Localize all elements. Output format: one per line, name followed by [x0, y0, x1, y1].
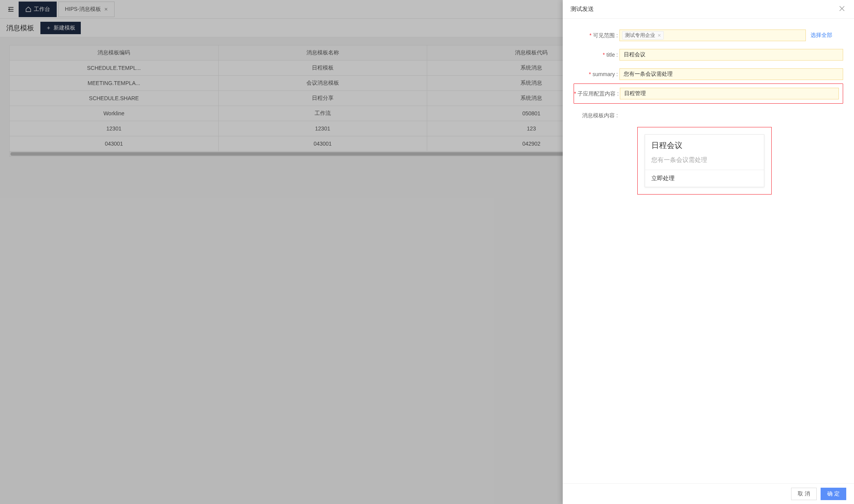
drawer-header: 测试发送: [563, 0, 854, 19]
tag-remove-icon[interactable]: ✕: [657, 33, 661, 38]
preview-card: 日程会议 您有一条会议需处理 立即处理: [645, 134, 764, 187]
summary-input[interactable]: [619, 68, 843, 80]
preview-action-button[interactable]: 立即处理: [645, 170, 764, 187]
label-content: 消息模板内容 :: [574, 111, 619, 119]
form-row-summary: *summary :: [574, 68, 843, 80]
label-scope: *可见范围 :: [574, 30, 619, 41]
form-row-content: 消息模板内容 :: [574, 111, 843, 119]
close-icon: [839, 6, 845, 11]
preview-title: 日程会议: [651, 140, 758, 151]
drawer-title: 测试发送: [570, 5, 594, 13]
form-row-subapp-highlight: *子应用配置内容 :: [574, 83, 843, 104]
subapp-input[interactable]: [620, 88, 839, 99]
scope-tag-label: 测试专用企业: [625, 32, 655, 39]
label-subapp: *子应用配置内容 :: [574, 88, 620, 99]
drawer-footer: 取 消 确 定: [563, 483, 854, 504]
preview-highlight: 日程会议 您有一条会议需处理 立即处理: [637, 127, 772, 195]
form-row-title: *title :: [574, 49, 843, 61]
drawer-body: *可见范围 : 测试专用企业 ✕ 选择全部 *title :: [563, 19, 854, 483]
form-row-scope: *可见范围 : 测试专用企业 ✕ 选择全部: [574, 30, 843, 41]
drawer-close-button[interactable]: [838, 4, 846, 14]
preview-summary: 您有一条会议需处理: [651, 156, 758, 164]
cancel-button[interactable]: 取 消: [791, 488, 817, 500]
drawer-test-send: 测试发送 *可见范围 : 测试专用企业 ✕ 选择全部: [563, 0, 854, 504]
title-input[interactable]: [619, 49, 843, 61]
label-title: *title :: [574, 49, 619, 61]
scope-input[interactable]: 测试专用企业 ✕: [619, 30, 806, 41]
scope-tag: 测试专用企业 ✕: [622, 31, 664, 40]
select-all-link[interactable]: 选择全部: [811, 32, 832, 39]
label-summary: *summary :: [574, 68, 619, 80]
ok-button[interactable]: 确 定: [821, 488, 846, 500]
